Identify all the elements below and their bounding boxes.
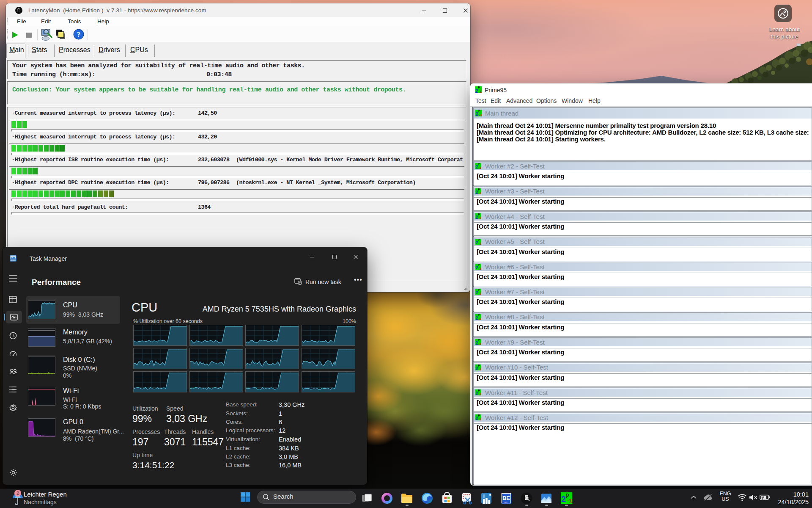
svg-text:PRO: PRO — [504, 501, 508, 503]
svg-text:BE: BE — [502, 495, 510, 501]
svg-text:?: ? — [77, 30, 81, 39]
